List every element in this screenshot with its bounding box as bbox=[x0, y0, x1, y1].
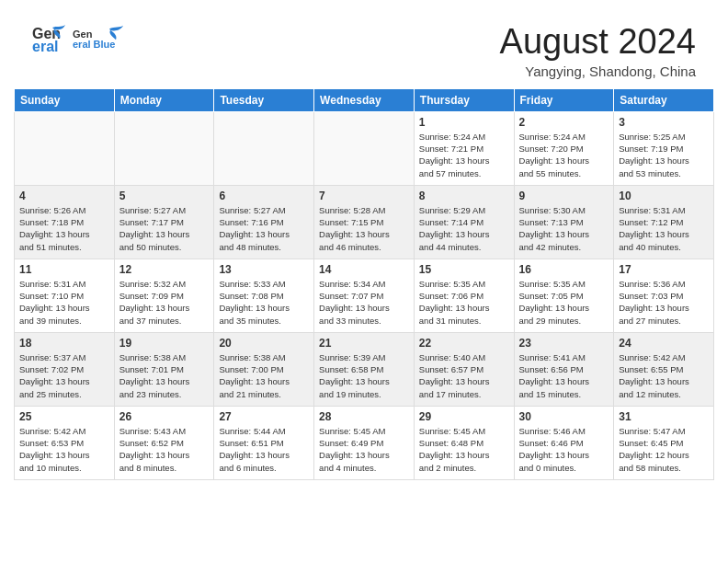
calendar-day-cell: 10Sunrise: 5:31 AM Sunset: 7:12 PM Dayli… bbox=[614, 185, 714, 259]
day-info: Sunrise: 5:31 AM Sunset: 7:12 PM Dayligh… bbox=[619, 204, 709, 253]
weekday-header: Monday bbox=[114, 88, 214, 111]
logo: Gen eral Gen eral Blue bbox=[32, 23, 123, 52]
day-number: 5 bbox=[119, 190, 210, 202]
calendar-day-cell: 2Sunrise: 5:24 AM Sunset: 7:20 PM Daylig… bbox=[514, 111, 614, 185]
day-info: Sunrise: 5:42 AM Sunset: 6:53 PM Dayligh… bbox=[19, 425, 109, 474]
weekday-header: Friday bbox=[514, 88, 614, 111]
calendar-day-cell: 13Sunrise: 5:33 AM Sunset: 7:08 PM Dayli… bbox=[214, 259, 314, 332]
calendar-day-cell: 16Sunrise: 5:35 AM Sunset: 7:05 PM Dayli… bbox=[514, 259, 614, 332]
weekday-header: Wednesday bbox=[314, 88, 415, 111]
calendar-day-cell: 24Sunrise: 5:42 AM Sunset: 6:55 PM Dayli… bbox=[614, 332, 714, 406]
calendar-day-cell: 12Sunrise: 5:32 AM Sunset: 7:09 PM Dayli… bbox=[114, 259, 214, 332]
day-info: Sunrise: 5:33 AM Sunset: 7:08 PM Dayligh… bbox=[219, 278, 309, 327]
weekday-header: Tuesday bbox=[214, 88, 314, 111]
day-number: 31 bbox=[619, 410, 709, 423]
day-info: Sunrise: 5:45 AM Sunset: 6:48 PM Dayligh… bbox=[419, 425, 509, 474]
day-number: 9 bbox=[519, 190, 609, 202]
calendar-day-cell: 25Sunrise: 5:42 AM Sunset: 6:53 PM Dayli… bbox=[15, 406, 115, 479]
day-info: Sunrise: 5:44 AM Sunset: 6:51 PM Dayligh… bbox=[219, 425, 309, 474]
day-number: 4 bbox=[19, 190, 109, 202]
calendar-day-cell: 30Sunrise: 5:46 AM Sunset: 6:46 PM Dayli… bbox=[514, 406, 614, 479]
day-info: Sunrise: 5:31 AM Sunset: 7:10 PM Dayligh… bbox=[19, 278, 109, 327]
calendar-day-cell bbox=[114, 111, 214, 185]
day-info: Sunrise: 5:36 AM Sunset: 7:03 PM Dayligh… bbox=[619, 278, 709, 327]
calendar-day-cell: 31Sunrise: 5:47 AM Sunset: 6:45 PM Dayli… bbox=[614, 406, 714, 479]
calendar-day-cell: 17Sunrise: 5:36 AM Sunset: 7:03 PM Dayli… bbox=[614, 259, 714, 332]
calendar-week-row: 25Sunrise: 5:42 AM Sunset: 6:53 PM Dayli… bbox=[15, 406, 714, 479]
calendar-day-cell bbox=[15, 111, 115, 185]
calendar-day-cell: 22Sunrise: 5:40 AM Sunset: 6:57 PM Dayli… bbox=[414, 332, 514, 406]
day-number: 29 bbox=[419, 410, 509, 423]
day-number: 30 bbox=[519, 410, 609, 423]
day-number: 24 bbox=[619, 337, 709, 350]
day-number: 19 bbox=[119, 337, 210, 350]
calendar-day-cell: 26Sunrise: 5:43 AM Sunset: 6:52 PM Dayli… bbox=[114, 406, 214, 479]
calendar-day-cell: 6Sunrise: 5:27 AM Sunset: 7:16 PM Daylig… bbox=[214, 185, 314, 259]
day-number: 12 bbox=[119, 263, 210, 276]
day-info: Sunrise: 5:38 AM Sunset: 7:01 PM Dayligh… bbox=[119, 351, 210, 400]
day-info: Sunrise: 5:35 AM Sunset: 7:06 PM Dayligh… bbox=[419, 278, 509, 327]
day-number: 17 bbox=[619, 263, 709, 276]
calendar-day-cell: 1Sunrise: 5:24 AM Sunset: 7:21 PM Daylig… bbox=[414, 111, 514, 185]
calendar-day-cell: 11Sunrise: 5:31 AM Sunset: 7:10 PM Dayli… bbox=[15, 259, 115, 332]
calendar-day-cell bbox=[214, 111, 314, 185]
day-number: 27 bbox=[219, 410, 309, 423]
day-info: Sunrise: 5:46 AM Sunset: 6:46 PM Dayligh… bbox=[519, 425, 609, 474]
day-number: 15 bbox=[419, 263, 509, 276]
day-number: 10 bbox=[619, 190, 709, 202]
day-info: Sunrise: 5:30 AM Sunset: 7:13 PM Dayligh… bbox=[519, 204, 609, 253]
svg-text:eral: eral bbox=[32, 39, 58, 52]
calendar-day-cell: 29Sunrise: 5:45 AM Sunset: 6:48 PM Dayli… bbox=[414, 406, 514, 479]
weekday-header: Sunday bbox=[15, 88, 115, 111]
day-number: 3 bbox=[619, 116, 709, 129]
day-number: 14 bbox=[319, 263, 409, 276]
calendar-day-cell: 14Sunrise: 5:34 AM Sunset: 7:07 PM Dayli… bbox=[314, 259, 415, 332]
day-info: Sunrise: 5:24 AM Sunset: 7:21 PM Dayligh… bbox=[419, 131, 509, 179]
day-number: 26 bbox=[119, 410, 210, 423]
day-info: Sunrise: 5:25 AM Sunset: 7:19 PM Dayligh… bbox=[619, 131, 709, 179]
day-info: Sunrise: 5:35 AM Sunset: 7:05 PM Dayligh… bbox=[519, 278, 609, 327]
day-number: 22 bbox=[419, 337, 509, 350]
calendar-day-cell: 28Sunrise: 5:45 AM Sunset: 6:49 PM Dayli… bbox=[314, 406, 415, 479]
calendar-day-cell bbox=[314, 111, 415, 185]
calendar-week-row: 18Sunrise: 5:37 AM Sunset: 7:02 PM Dayli… bbox=[15, 332, 714, 406]
day-info: Sunrise: 5:24 AM Sunset: 7:20 PM Dayligh… bbox=[519, 131, 609, 179]
day-number: 7 bbox=[319, 190, 409, 202]
subtitle: Yangying, Shandong, China bbox=[500, 63, 696, 79]
day-info: Sunrise: 5:28 AM Sunset: 7:15 PM Dayligh… bbox=[319, 204, 409, 253]
day-number: 23 bbox=[519, 337, 609, 350]
day-number: 8 bbox=[419, 190, 509, 202]
day-number: 6 bbox=[219, 190, 309, 202]
calendar-week-row: 1Sunrise: 5:24 AM Sunset: 7:21 PM Daylig… bbox=[15, 111, 714, 185]
day-info: Sunrise: 5:37 AM Sunset: 7:02 PM Dayligh… bbox=[19, 351, 109, 400]
day-info: Sunrise: 5:43 AM Sunset: 6:52 PM Dayligh… bbox=[119, 425, 210, 474]
calendar-week-row: 4Sunrise: 5:26 AM Sunset: 7:18 PM Daylig… bbox=[15, 185, 714, 259]
day-info: Sunrise: 5:26 AM Sunset: 7:18 PM Dayligh… bbox=[19, 204, 109, 253]
day-number: 25 bbox=[19, 410, 109, 423]
day-number: 18 bbox=[19, 337, 109, 350]
day-number: 28 bbox=[319, 410, 409, 423]
calendar-day-cell: 18Sunrise: 5:37 AM Sunset: 7:02 PM Dayli… bbox=[15, 332, 115, 406]
calendar-day-cell: 20Sunrise: 5:38 AM Sunset: 7:00 PM Dayli… bbox=[214, 332, 314, 406]
day-number: 20 bbox=[219, 337, 309, 350]
svg-text:Gen: Gen bbox=[73, 29, 93, 40]
day-number: 1 bbox=[419, 116, 509, 129]
calendar-day-cell: 27Sunrise: 5:44 AM Sunset: 6:51 PM Dayli… bbox=[214, 406, 314, 479]
main-title: August 2024 bbox=[500, 23, 696, 62]
day-info: Sunrise: 5:39 AM Sunset: 6:58 PM Dayligh… bbox=[319, 351, 409, 400]
calendar-day-cell: 7Sunrise: 5:28 AM Sunset: 7:15 PM Daylig… bbox=[314, 185, 415, 259]
calendar-day-cell: 23Sunrise: 5:41 AM Sunset: 6:56 PM Dayli… bbox=[514, 332, 614, 406]
title-section: August 2024 Yangying, Shandong, China bbox=[500, 23, 696, 79]
calendar-day-cell: 15Sunrise: 5:35 AM Sunset: 7:06 PM Dayli… bbox=[414, 259, 514, 332]
day-info: Sunrise: 5:47 AM Sunset: 6:45 PM Dayligh… bbox=[619, 425, 709, 474]
logo-icon: Gen eral bbox=[32, 24, 67, 52]
calendar-header-row: SundayMondayTuesdayWednesdayThursdayFrid… bbox=[15, 88, 714, 111]
calendar-day-cell: 5Sunrise: 5:27 AM Sunset: 7:17 PM Daylig… bbox=[114, 185, 214, 259]
day-info: Sunrise: 5:38 AM Sunset: 7:00 PM Dayligh… bbox=[219, 351, 309, 400]
day-number: 16 bbox=[519, 263, 609, 276]
day-info: Sunrise: 5:29 AM Sunset: 7:14 PM Dayligh… bbox=[419, 204, 509, 253]
calendar-day-cell: 3Sunrise: 5:25 AM Sunset: 7:19 PM Daylig… bbox=[614, 111, 714, 185]
day-number: 11 bbox=[19, 263, 109, 276]
calendar-week-row: 11Sunrise: 5:31 AM Sunset: 7:10 PM Dayli… bbox=[15, 259, 714, 332]
day-number: 2 bbox=[519, 116, 609, 129]
